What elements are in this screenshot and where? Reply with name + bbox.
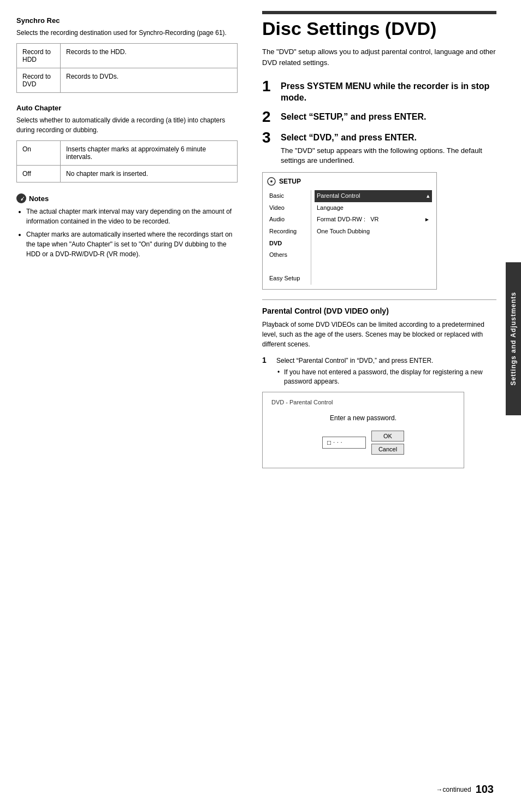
- menu-audio: Audio: [267, 214, 311, 226]
- table-row: Record toDVD Records to DVDs.: [17, 68, 238, 93]
- step-1-num: 1: [262, 79, 275, 94]
- off-label: Off: [17, 166, 61, 183]
- notes-title: 𝒾 Notes: [16, 193, 238, 203]
- record-dvd-label: Record toDVD: [17, 68, 61, 93]
- setup-menu-header: SETUP: [267, 177, 432, 186]
- record-hdd-label: Record toHDD: [17, 44, 61, 68]
- step-3-text: Select “DVD,” and press ENTER.: [281, 130, 496, 144]
- setup-menu: SETUP Basic Video Audio Recording DVD Ot…: [262, 172, 437, 290]
- record-dvd-desc: Records to DVDs.: [61, 68, 238, 93]
- menu-one-touch: One Touch Dubbing: [315, 226, 432, 238]
- parental-step-text: Select “Parental Control” in “DVD,” and …: [276, 356, 496, 366]
- setup-menu-body: Basic Video Audio Recording DVD Others E…: [267, 190, 432, 285]
- parental-desc: Playback of some DVD VIDEOs can be limit…: [262, 320, 496, 349]
- setup-menu-left: Basic Video Audio Recording DVD Others E…: [267, 190, 311, 285]
- step-1-text: Press SYSTEM MENU while the recorder is …: [281, 79, 496, 104]
- menu-blank: [267, 261, 311, 273]
- dialog-input-row: □ · · · OK Cancel: [271, 431, 455, 455]
- synchro-rec-desc: Selects the recording destination used f…: [16, 28, 238, 38]
- note-item-1: The actual chapter mark interval may var…: [26, 207, 238, 226]
- notes-icon: 𝒾: [16, 193, 26, 203]
- parental-step-1: 1 Select “Parental Control” in “DVD,” an…: [262, 356, 496, 386]
- menu-parental-control: Parental Control ▴: [315, 190, 432, 202]
- parental-control-dialog: DVD - Parental Control Enter a new passw…: [262, 392, 464, 468]
- menu-others: Others: [267, 249, 311, 261]
- dialog-message: Enter a new password.: [271, 414, 455, 422]
- menu-recording: Recording: [267, 226, 311, 238]
- svg-point-1: [270, 180, 273, 183]
- disc-settings-title: Disc Settings (DVD): [262, 19, 496, 39]
- setup-menu-right: Parental Control ▴ Language Format DVD-R…: [311, 190, 432, 285]
- menu-dvd: DVD: [267, 238, 311, 250]
- menu-basic: Basic: [267, 190, 311, 202]
- menu-language: Language: [315, 202, 432, 214]
- page-number: 103: [476, 783, 494, 796]
- step-3-sub: The "DVD" setup appears with the followi…: [281, 146, 496, 166]
- cancel-button[interactable]: Cancel: [371, 444, 404, 455]
- step-2: 2 Select “SETUP,” and press ENTER.: [262, 109, 496, 125]
- on-label: On: [17, 141, 61, 166]
- auto-chapter-heading: Auto Chapter: [16, 104, 238, 112]
- parental-step-num: 1: [262, 356, 272, 364]
- step-2-text: Select “SETUP,” and press ENTER.: [281, 109, 426, 123]
- auto-chapter-table: On Inserts chapter marks at approximatel…: [16, 140, 238, 183]
- dialog-buttons: OK Cancel: [371, 431, 404, 455]
- table-row: On Inserts chapter marks at approximatel…: [17, 141, 238, 166]
- parental-bullet: If you have not entered a password, the …: [276, 368, 496, 386]
- table-row: Off No chapter mark is inserted.: [17, 166, 238, 183]
- disc-settings-intro: The "DVD" setup allows you to adjust par…: [262, 46, 496, 68]
- notes-list: The actual chapter mark interval may var…: [16, 207, 238, 259]
- pwd-dot-3: ·: [341, 439, 342, 445]
- off-desc: No chapter mark is inserted.: [61, 166, 238, 183]
- note-item-2: Chapter marks are automatically inserted…: [26, 230, 238, 259]
- pwd-dot-2: ·: [337, 439, 339, 445]
- setup-menu-title: SETUP: [279, 178, 301, 185]
- synchro-rec-heading: Synchro Rec: [16, 16, 238, 25]
- divider: [262, 299, 496, 300]
- notes-section: 𝒾 Notes The actual chapter mark interval…: [16, 193, 238, 259]
- step-3: 3 Select “DVD,” and press ENTER. The "DV…: [262, 130, 496, 166]
- parental-control-heading: Parental Control (DVD VIDEO only): [262, 307, 496, 315]
- menu-easy-setup: Easy Setup: [267, 273, 311, 285]
- continued-footer: →continued 103: [436, 783, 494, 796]
- side-tab: Settings and Adjustments: [506, 262, 521, 415]
- on-desc: Inserts chapter marks at approximately 6…: [61, 141, 238, 166]
- dialog-title: DVD - Parental Control: [271, 399, 455, 405]
- menu-video: Video: [267, 202, 311, 214]
- step-2-num: 2: [262, 109, 275, 125]
- pwd-icon: □: [327, 439, 331, 446]
- password-input[interactable]: □ · · ·: [322, 437, 366, 449]
- step-1: 1 Press SYSTEM MENU while the recorder i…: [262, 79, 496, 104]
- table-row: Record toHDD Records to the HDD.: [17, 44, 238, 68]
- step-3-num: 3: [262, 130, 275, 145]
- ok-button[interactable]: OK: [371, 431, 404, 442]
- continued-arrow: →continued: [436, 786, 471, 793]
- menu-format-dvd: Format DVD-RW : VR ►: [315, 214, 432, 226]
- side-tab-label: Settings and Adjustments: [510, 292, 517, 386]
- title-bar: [262, 11, 496, 14]
- disc-icon: [267, 177, 276, 186]
- record-hdd-desc: Records to the HDD.: [61, 44, 238, 68]
- auto-chapter-desc: Selects whether to automatically divide …: [16, 115, 238, 135]
- pwd-dot-1: ·: [333, 439, 335, 445]
- synchro-rec-table: Record toHDD Records to the HDD. Record …: [16, 43, 238, 93]
